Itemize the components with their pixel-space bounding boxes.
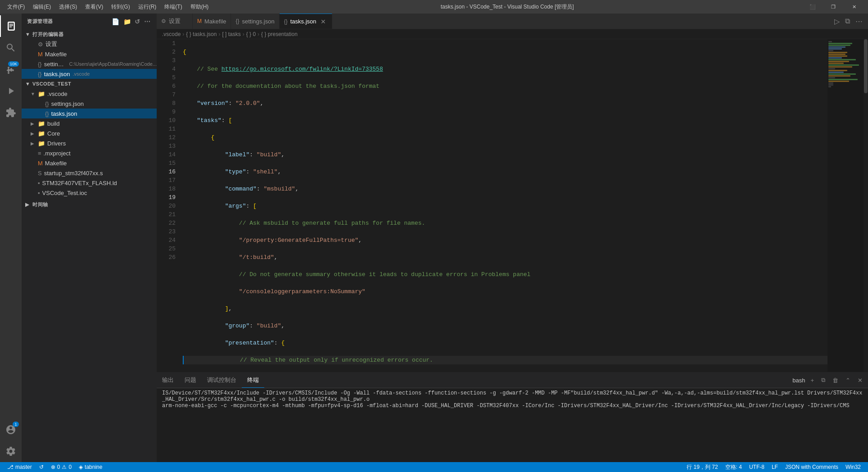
settings-tab-icon: ⚙ [161, 18, 166, 24]
run-task-icon[interactable]: ▷ [832, 15, 841, 27]
makefile-file-icon: M [38, 51, 43, 58]
panel-tab-output[interactable]: 输出 [157, 372, 179, 388]
status-platform[interactable]: Win32 [842, 462, 864, 472]
terminal-trash-icon[interactable]: 🗑 [831, 375, 840, 386]
panel-tab-debug[interactable]: 调试控制台 [202, 372, 242, 388]
more-actions-icon[interactable]: ⋯ [854, 15, 864, 27]
tab-settings-label: 设置 [169, 17, 181, 25]
code-line-6: { [183, 133, 827, 142]
open-editor-settings[interactable]: ⚙ 设置 [22, 39, 157, 49]
settings-json-tree[interactable]: {} settings.json [22, 99, 157, 109]
status-branch[interactable]: ⎇ master [4, 462, 36, 472]
makefile-tree[interactable]: M Makefile [22, 158, 157, 168]
spaces-text: 空格: 4 [725, 463, 742, 471]
vscode-folder-name: .vscode [47, 91, 68, 97]
panel-close-icon[interactable]: ✕ [856, 375, 864, 386]
code-content[interactable]: { // See https://go.microsoft.com/fwlink… [179, 39, 827, 372]
restore-button[interactable]: ❐ [823, 0, 844, 14]
menu-file[interactable]: 文件(F) [4, 1, 28, 13]
tab-makefile[interactable]: M Makefile [193, 14, 231, 29]
refresh-icon[interactable]: ↺ [134, 17, 141, 26]
explorer-icon[interactable] [0, 15, 22, 37]
status-line-ending[interactable]: LF [768, 462, 782, 472]
panel-content[interactable]: IS/Device/ST/STM32F4xx/Include -IDrivers… [157, 388, 868, 462]
split-editor-icon[interactable]: ⧉ [843, 15, 852, 27]
tab-settings[interactable]: ⚙ 设置 [157, 14, 193, 29]
startup-name: startup_stm32f407xx.s [44, 170, 103, 177]
accounts-icon[interactable]: 1 [0, 419, 22, 440]
new-folder-icon[interactable]: 📁 [122, 17, 132, 26]
new-file-icon[interactable]: 📄 [111, 17, 121, 26]
build-folder[interactable]: ▶ 📁 build [22, 118, 157, 128]
panel-tab-terminal[interactable]: 终端 [242, 372, 264, 388]
extensions-icon[interactable] [0, 102, 22, 123]
drivers-folder[interactable]: ▶ 📁 Drivers [22, 138, 157, 148]
code-line-10: "args": [ [183, 202, 827, 210]
status-right: 行 19，列 72 空格: 4 UTF-8 LF JSON with Comme… [683, 462, 864, 472]
linker-file[interactable]: ▪ STM32F407VETx_FLASH.ld [22, 178, 157, 188]
terminal-maximize-icon[interactable]: ⌃ [844, 375, 852, 386]
ln-20: 20 [157, 202, 176, 210]
source-control-icon[interactable]: 10K [0, 59, 22, 80]
menu-terminal[interactable]: 终端(T) [161, 1, 185, 13]
ioc-file[interactable]: ▪ VSCode_Test.ioc [22, 188, 157, 198]
menu-help[interactable]: 帮助(H) [187, 1, 212, 13]
collapse-icon[interactable]: ⋯ [143, 17, 152, 26]
status-spaces[interactable]: 空格: 4 [722, 462, 746, 472]
settings-json-tree-icon: {} [45, 100, 49, 107]
tab-tasks-json[interactable]: {} tasks.json ✕ [280, 14, 332, 29]
open-editor-settings-json[interactable]: {} settings.json C:\Users\ajie\AppData\R… [22, 59, 157, 69]
menu-edit[interactable]: 编辑(E) [29, 1, 54, 13]
startup-file[interactable]: S startup_stm32f407xx.s [22, 168, 157, 178]
ln-22: 22 [157, 219, 176, 227]
close-button[interactable]: ✕ [844, 0, 864, 14]
breadcrumb-tasks[interactable]: [ ] tasks [222, 31, 240, 37]
tasks-json-close-icon[interactable]: ✕ [319, 18, 327, 26]
status-sync[interactable]: ↺ [36, 462, 47, 472]
terminal-add-icon[interactable]: + [809, 375, 816, 386]
status-tabnine[interactable]: ◈ tabnine [75, 462, 106, 472]
tabnine-label: tabnine [85, 464, 102, 470]
mxproject-file[interactable]: ≡ .mxproject [22, 148, 157, 158]
status-language[interactable]: JSON with Comments [782, 462, 842, 472]
timeline-header[interactable]: ▶ 时间轴 [22, 200, 157, 209]
code-line-8: "type": "shell", [183, 168, 827, 176]
project-header[interactable]: ▼ VSCODE_TEST [22, 79, 157, 89]
status-encoding[interactable]: UTF-8 [746, 462, 768, 472]
core-folder[interactable]: ▶ 📁 Core [22, 128, 157, 138]
status-errors[interactable]: ⊗ 0 ⚠ 0 [47, 462, 75, 472]
minimize-button[interactable]: ⬛ [802, 0, 823, 14]
code-line-16: ], [183, 304, 827, 313]
search-icon[interactable] [0, 37, 22, 59]
language-text: JSON with Comments [785, 464, 838, 470]
menu-view[interactable]: 查看(V) [81, 1, 107, 13]
activity-bottom: 1 [0, 419, 22, 462]
breadcrumb-tasksjson[interactable]: { } tasks.json [186, 31, 217, 37]
open-editor-makefile[interactable]: M Makefile [22, 49, 157, 59]
breadcrumb-vscode[interactable]: .vscode [162, 31, 181, 37]
editor-scrollbar[interactable] [863, 39, 868, 372]
vscode-folder[interactable]: ▼ 📁 .vscode [22, 89, 157, 99]
breadcrumb-0[interactable]: { } 0 [246, 31, 256, 37]
terminal-split-icon[interactable]: ⧉ [819, 375, 827, 386]
code-line-13: "/t:build", [183, 253, 827, 262]
scrollbar-thumb[interactable] [864, 39, 868, 93]
code-line-3: // for the documentation about the tasks… [183, 82, 827, 91]
menu-goto[interactable]: 转到(G) [108, 1, 133, 13]
breadcrumb-presentation[interactable]: { } presentation [261, 31, 298, 37]
menu-select[interactable]: 选择(S) [55, 1, 81, 13]
ln-5: 5 [157, 73, 176, 82]
open-editor-settings-name: 设置 [45, 40, 57, 48]
open-editor-tasks-json[interactable]: {} tasks.json .vscode [22, 69, 157, 79]
menu-run[interactable]: 运行(R) [135, 1, 160, 13]
editor-content[interactable]: 1 2 3 4 5 6 7 8 9 10 11 12 13 14 15 16 1 [157, 39, 827, 372]
run-icon[interactable] [0, 80, 22, 102]
terminal-shell-label: bash [792, 377, 805, 384]
status-position[interactable]: 行 19，列 72 [683, 462, 721, 472]
tab-settings-json[interactable]: {} settings.json [231, 14, 279, 29]
code-line-18: "presentation": { [183, 339, 827, 347]
tasks-json-tree[interactable]: {} tasks.json [22, 109, 157, 118]
panel-tab-problems[interactable]: 问题 [179, 372, 202, 388]
open-editors-header[interactable]: ▼ 打开的编辑器 [22, 29, 157, 39]
settings-gear-icon[interactable] [0, 440, 22, 462]
